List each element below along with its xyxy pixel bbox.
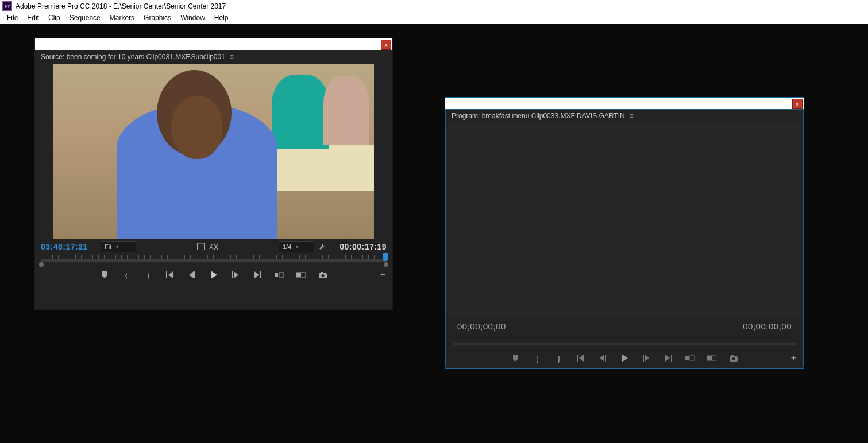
program-transport-bar: { } + xyxy=(446,349,803,367)
step-fwd-button[interactable] xyxy=(641,353,651,363)
menu-sequence[interactable]: Sequence xyxy=(65,14,105,22)
app-icon-label: Pr xyxy=(5,3,10,9)
add-marker-button[interactable] xyxy=(510,353,520,363)
app-title: Adobe Premiere Pro CC 2018 - E:\Senior C… xyxy=(16,2,226,10)
program-timecode-row: 00;00;00;00 00;00;00;00 xyxy=(446,318,803,333)
svg-rect-15 xyxy=(605,355,606,362)
menu-edit[interactable]: Edit xyxy=(22,14,44,22)
menu-markers[interactable]: Markers xyxy=(105,14,139,22)
goto-in-button[interactable] xyxy=(165,270,175,280)
svg-rect-21 xyxy=(707,356,712,360)
step-back-button[interactable] xyxy=(597,353,608,363)
svg-rect-19 xyxy=(690,356,695,360)
mark-in-button[interactable]: { xyxy=(532,353,542,363)
source-resolution-dropdown[interactable]: 1/4 ▾ xyxy=(279,241,314,252)
program-duration-timecode: 00;00;00;00 xyxy=(743,321,792,331)
app-icon: Pr xyxy=(2,1,12,11)
program-video-frame[interactable] xyxy=(446,122,803,318)
program-panel-menu-icon[interactable]: ≡ xyxy=(630,112,634,120)
mark-in-button[interactable]: { xyxy=(121,270,132,280)
svg-rect-3 xyxy=(166,271,167,278)
program-panel-titlestrip[interactable]: x xyxy=(445,98,804,109)
workspace: x Source: been coming for 10 years Clip0… xyxy=(0,24,868,443)
source-panel-header: Source: been coming for 10 years Clip003… xyxy=(35,50,392,63)
svg-rect-24 xyxy=(731,355,734,357)
source-monitor-panel: x Source: been coming for 10 years Clip0… xyxy=(34,38,393,310)
svg-rect-2 xyxy=(204,243,205,250)
mark-out-button[interactable]: } xyxy=(554,353,564,363)
svg-rect-6 xyxy=(260,271,261,278)
menu-file[interactable]: File xyxy=(2,14,22,22)
add-marker-button[interactable] xyxy=(99,270,110,280)
svg-rect-18 xyxy=(685,356,689,360)
source-duration-timecode: 00:00:17:19 xyxy=(330,242,387,251)
source-panel-menu-icon[interactable]: ≡ xyxy=(230,53,234,61)
filmstrip-icon[interactable] xyxy=(196,242,206,251)
source-header-text: Source: been coming for 10 years Clip003… xyxy=(41,53,225,61)
svg-rect-17 xyxy=(671,355,672,362)
svg-point-23 xyxy=(732,357,735,360)
goto-out-button[interactable] xyxy=(663,353,673,363)
play-button[interactable] xyxy=(209,270,219,280)
menu-window[interactable]: Window xyxy=(176,14,210,22)
chevron-down-icon: ▾ xyxy=(116,244,119,250)
lift-button[interactable] xyxy=(685,353,695,363)
source-close-button[interactable]: x xyxy=(381,40,391,50)
menu-clip[interactable]: Clip xyxy=(44,14,65,22)
fx-icon[interactable] xyxy=(209,242,218,251)
step-back-button[interactable] xyxy=(187,270,197,280)
menu-help[interactable]: Help xyxy=(210,14,233,22)
svg-rect-0 xyxy=(197,243,205,250)
program-header-text: Program: breakfast menu Clip0033.MXF DAV… xyxy=(452,112,625,120)
overwrite-button[interactable] xyxy=(296,270,306,280)
svg-rect-14 xyxy=(577,355,578,362)
play-button[interactable] xyxy=(619,353,630,363)
svg-rect-7 xyxy=(275,273,278,277)
program-scrubber[interactable] xyxy=(453,337,796,349)
step-fwd-button[interactable] xyxy=(230,270,241,280)
export-frame-button[interactable] xyxy=(728,353,739,363)
svg-rect-5 xyxy=(232,271,233,278)
svg-rect-8 xyxy=(279,273,284,277)
button-editor-plus[interactable]: + xyxy=(380,270,385,280)
program-close-button[interactable]: x xyxy=(792,99,803,109)
svg-rect-13 xyxy=(321,272,323,274)
export-frame-button[interactable] xyxy=(318,270,328,280)
source-video-frame[interactable] xyxy=(53,64,374,239)
playhead-icon[interactable] xyxy=(383,253,388,261)
extract-button[interactable] xyxy=(707,353,717,363)
wrench-icon[interactable] xyxy=(318,242,327,251)
svg-rect-10 xyxy=(296,273,301,277)
svg-point-12 xyxy=(322,274,325,277)
menu-bar: File Edit Clip Sequence Markers Graphics… xyxy=(0,12,868,24)
source-control-row: 03:48:17:21 Fit ▾ 1/4 ▾ 00:00:17:19 xyxy=(35,240,392,254)
menu-graphics[interactable]: Graphics xyxy=(139,14,176,22)
goto-out-button[interactable] xyxy=(252,270,263,280)
source-zoom-dropdown[interactable]: Fit ▾ xyxy=(101,241,136,252)
chevron-down-icon: ▾ xyxy=(296,244,299,250)
goto-in-button[interactable] xyxy=(576,353,586,363)
title-bar: Pr Adobe Premiere Pro CC 2018 - E:\Senio… xyxy=(0,0,868,12)
program-panel-header: Program: breakfast menu Clip0033.MXF DAV… xyxy=(446,110,803,122)
program-playhead-timecode[interactable]: 00;00;00;00 xyxy=(457,321,506,331)
svg-rect-16 xyxy=(643,355,644,362)
source-playhead-timecode[interactable]: 03:48:17:21 xyxy=(41,242,97,251)
program-monitor-panel: x Program: breakfast menu Clip0033.MXF D… xyxy=(445,97,804,369)
svg-rect-4 xyxy=(194,271,195,278)
insert-button[interactable] xyxy=(274,270,284,280)
source-scrubber[interactable] xyxy=(41,254,387,266)
source-res-label: 1/4 xyxy=(283,243,291,250)
mark-out-button[interactable]: } xyxy=(143,270,153,280)
source-transport-bar: { } + xyxy=(35,266,392,283)
svg-rect-1 xyxy=(197,243,198,250)
source-zoom-label: Fit xyxy=(105,243,111,250)
source-panel-titlestrip[interactable]: x xyxy=(35,38,392,50)
button-editor-plus[interactable]: + xyxy=(791,353,796,363)
